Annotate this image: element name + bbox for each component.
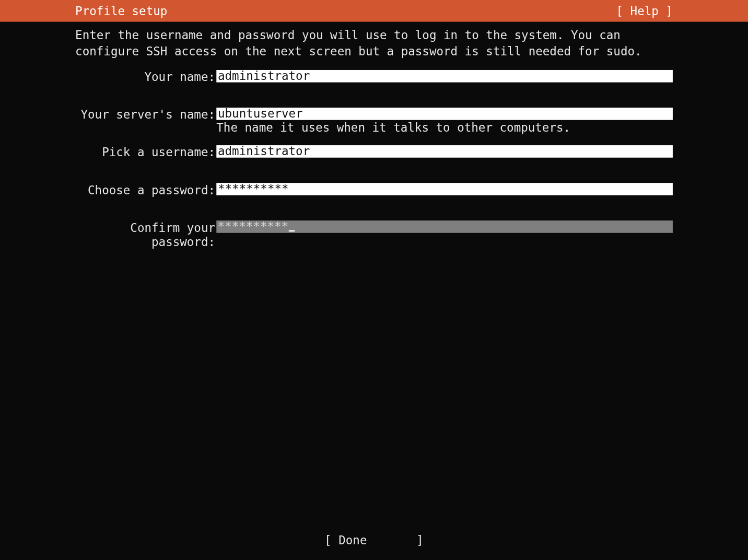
input-password[interactable] [216,183,673,195]
row-username: Pick a username: [75,145,673,159]
hint-server-name: The name it uses when it talks to other … [216,121,673,135]
row-your-name: Your name: [75,70,673,84]
main-content: Enter the username and password you will… [0,22,748,249]
page-title: Profile setup [0,4,167,18]
label-password: Choose a password: [75,183,215,197]
installer-screen: Profile setup [ Help ] Enter the usernam… [0,0,748,560]
footer: [ Done ] [0,533,748,547]
input-username[interactable] [216,145,673,158]
input-your-name[interactable] [216,70,673,83]
help-button[interactable]: [ Help ] [616,4,748,18]
label-confirm-password: Confirm your password: [75,220,215,249]
label-server-name: Your server's name: [75,108,215,122]
row-server-name: Your server's name: The name it uses whe… [75,108,673,135]
row-password: Choose a password: [75,183,673,197]
input-server-name[interactable] [216,108,673,120]
intro-text: Enter the username and password you will… [75,28,673,60]
header-bar: Profile setup [ Help ] [0,0,748,22]
label-username: Pick a username: [75,145,215,159]
row-confirm-password: Confirm your password: ********** [75,220,673,249]
done-button[interactable]: [ Done ] [324,533,424,547]
label-your-name: Your name: [75,70,215,84]
input-confirm-password[interactable] [216,220,673,233]
